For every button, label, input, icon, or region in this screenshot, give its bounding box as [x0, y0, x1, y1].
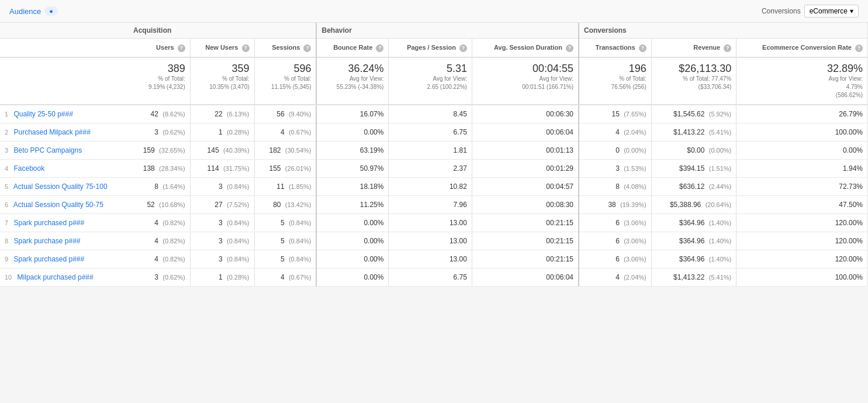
row-revenue: $636.12 (2.44%) [651, 178, 736, 196]
row-sessions: 182 (30.54%) [254, 142, 316, 160]
pages-session-help-icon[interactable]: ? [459, 44, 467, 52]
col-avg-session: Avg. Session Duration ? [472, 39, 579, 58]
row-name-cell: 6 Actual Session Quality 50-75 [0, 196, 129, 214]
row-new-users: 3 (0.84%) [190, 232, 254, 250]
totals-avg-sub: Avg for View:00:01:51 (166.71%) [477, 75, 573, 91]
row-users: 42 (8.62%) [129, 105, 190, 123]
ecommerce-dropdown[interactable]: eCommerce ▾ [804, 5, 859, 18]
row-revenue: $5,388.96 (20.64%) [651, 196, 736, 214]
sessions-help-icon[interactable]: ? [303, 44, 311, 52]
table-row: 2 Purchased Milpack p### 3 (0.62%) 1 (0.… [0, 123, 868, 142]
group-header-row: Acquisition Behavior Conversions [0, 23, 868, 39]
table-row: 3 Beto PPC Campaigns 159 (32.65%) 145 (4… [0, 142, 868, 160]
revenue-help-icon[interactable]: ? [724, 44, 731, 52]
col-users: Users ? [129, 39, 190, 58]
totals-ecommerce-rate: 32.89% Avg for View:4.79%(586.62%) [736, 57, 868, 105]
conversion-label: Conversions [762, 7, 801, 15]
col-transactions: Transactions ? [579, 39, 651, 58]
totals-new-users-sub: % of Total:10.35% (3,470) [195, 75, 250, 91]
row-name-cell: 9 Spark purchased p### [0, 250, 129, 268]
row-ecommerce-rate: 120.00% [736, 214, 868, 232]
row-name-cell: 1 Quality 25-50 p### [0, 105, 129, 123]
totals-sessions-main: 596 [260, 63, 312, 75]
row-revenue: $364.96 (1.40%) [651, 232, 736, 250]
row-link[interactable]: Facebook [13, 164, 44, 173]
row-ecommerce-rate: 120.00% [736, 232, 868, 250]
new-users-help-icon[interactable]: ? [242, 44, 250, 52]
col-sessions: Sessions ? [254, 39, 316, 58]
row-new-users: 27 (7.52%) [190, 196, 254, 214]
avg-session-help-icon[interactable]: ? [566, 44, 573, 52]
users-help-icon[interactable]: ? [178, 44, 185, 52]
row-number: 5 [5, 183, 8, 190]
row-new-users: 114 (31.75%) [190, 160, 254, 178]
row-transactions: 8 (4.08%) [579, 178, 651, 196]
row-new-users: 1 (0.28%) [190, 268, 254, 287]
row-link[interactable]: Milpack purchased p### [18, 273, 94, 281]
row-bounce-rate: 63.19% [316, 142, 388, 160]
row-ecommerce-rate: 100.00% [736, 123, 868, 142]
row-link[interactable]: Purchased Milpack p### [13, 128, 90, 136]
col-name [0, 39, 129, 58]
totals-users: 389 % of Total:9.19% (4,232) [129, 57, 190, 105]
main-container: Audience ● Conversions eCommerce ▾ Acqui… [0, 0, 868, 287]
totals-bounce-rate-main: 36.24% [321, 63, 383, 75]
row-users: 138 (28.34%) [129, 160, 190, 178]
totals-new-users-main: 359 [195, 63, 250, 75]
row-transactions: 6 (3.06%) [579, 250, 651, 268]
row-name-cell: 5 Actual Session Quality 75-100 [0, 178, 129, 196]
row-pages-session: 7.96 [389, 196, 472, 214]
table-row: 10 Milpack purchased p### 3 (0.62%) 1 (0… [0, 268, 868, 287]
row-number: 7 [5, 219, 8, 226]
row-new-users: 22 (6.13%) [190, 105, 254, 123]
bounce-rate-help-icon[interactable]: ? [376, 44, 383, 52]
row-bounce-rate: 0.00% [316, 123, 388, 142]
row-name-cell: 7 Spark purchased p### [0, 214, 129, 232]
row-pages-session: 1.81 [389, 142, 472, 160]
row-link[interactable]: Beto PPC Campaigns [13, 146, 82, 154]
row-link[interactable]: Spark purchased p### [13, 219, 84, 227]
row-new-users: 3 (0.84%) [190, 214, 254, 232]
row-transactions: 6 (3.06%) [579, 214, 651, 232]
totals-ecommerce-sub: Avg for View:4.79%(586.62%) [741, 75, 863, 99]
row-new-users: 145 (40.39%) [190, 142, 254, 160]
row-pages-session: 2.37 [389, 160, 472, 178]
row-revenue: $364.96 (1.40%) [651, 250, 736, 268]
row-ecommerce-rate: 26.79% [736, 105, 868, 123]
row-ecommerce-rate: 120.00% [736, 250, 868, 268]
transactions-help-icon[interactable]: ? [639, 44, 646, 52]
col-pages-session: Pages / Session ? [389, 39, 472, 58]
row-revenue: $0.00 (0.00%) [651, 142, 736, 160]
row-link[interactable]: Actual Session Quality 50-75 [13, 201, 103, 209]
row-bounce-rate: 0.00% [316, 232, 388, 250]
row-avg-session: 00:04:57 [472, 178, 579, 196]
row-bounce-rate: 18.18% [316, 178, 388, 196]
row-link[interactable]: Quality 25-50 p### [13, 110, 72, 118]
totals-bounce-rate: 36.24% Avg for View:55.23% (-34.38%) [316, 57, 388, 105]
row-link[interactable]: Actual Session Quality 75-100 [13, 182, 108, 191]
row-transactions: 38 (19.39%) [579, 196, 651, 214]
row-avg-session: 00:01:29 [472, 160, 579, 178]
dropdown-value: eCommerce [810, 7, 848, 15]
ecommerce-rate-help-icon[interactable]: ? [855, 44, 863, 52]
row-name-cell: 4 Facebook [0, 160, 129, 178]
row-users: 159 (32.65%) [129, 142, 190, 160]
analytics-table: Acquisition Behavior Conversions Users ?… [0, 23, 868, 287]
row-bounce-rate: 50.97% [316, 160, 388, 178]
table-row: 6 Actual Session Quality 50-75 52 (10.68… [0, 196, 868, 214]
dropdown-arrow-icon: ▾ [850, 7, 853, 15]
row-avg-session: 00:06:30 [472, 105, 579, 123]
row-ecommerce-rate: 72.73% [736, 178, 868, 196]
row-avg-session: 00:06:04 [472, 123, 579, 142]
row-new-users: 3 (0.84%) [190, 178, 254, 196]
row-transactions: 15 (7.65%) [579, 105, 651, 123]
col-bounce-rate: Bounce Rate ? [316, 39, 388, 58]
row-link[interactable]: Spark purchase p### [13, 237, 80, 245]
row-bounce-rate: 0.00% [316, 250, 388, 268]
row-number: 4 [5, 165, 8, 172]
row-transactions: 4 (2.04%) [579, 123, 651, 142]
row-number: 10 [5, 274, 12, 281]
row-sessions: 80 (13.42%) [254, 196, 316, 214]
row-link[interactable]: Spark purchased p### [13, 255, 84, 263]
totals-avg-session: 00:04:55 Avg for View:00:01:51 (166.71%) [472, 57, 579, 105]
